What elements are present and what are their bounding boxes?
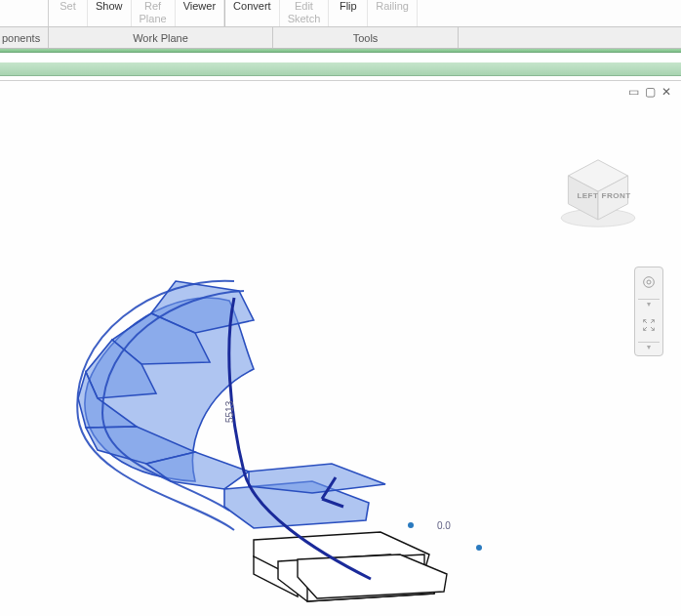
steering-wheel-icon[interactable] bbox=[638, 271, 660, 293]
viewport-3d[interactable]: ▭ ▢ ✕ LEFT FRONT ▾ ▾ bbox=[0, 80, 681, 616]
close-view-icon[interactable]: ✕ bbox=[661, 85, 671, 99]
ribbon-spacer bbox=[0, 0, 49, 26]
show-button[interactable]: Show bbox=[88, 0, 132, 26]
convert-label: Convert bbox=[233, 0, 271, 13]
panel-work-plane: Work Plane bbox=[49, 27, 273, 48]
ref-plane-label-2: Plane bbox=[140, 13, 167, 25]
minimize-view-icon[interactable]: ▭ bbox=[628, 85, 639, 99]
edit-sketch-label-2: Sketch bbox=[288, 13, 321, 25]
dimension-vertical[interactable]: 5513 bbox=[224, 401, 235, 423]
flip-label: Flip bbox=[340, 0, 357, 13]
ref-plane-button[interactable]: Ref Plane bbox=[132, 0, 176, 26]
view-window-controls: ▭ ▢ ✕ bbox=[628, 85, 671, 99]
panel-components-label: ponents bbox=[2, 32, 40, 44]
set-button[interactable]: Set bbox=[49, 0, 88, 26]
viewcube-front-label: FRONT bbox=[602, 191, 631, 200]
viewer-label: Viewer bbox=[183, 0, 216, 13]
edit-sketch-label-1: Edit bbox=[295, 0, 313, 13]
show-label: Show bbox=[96, 0, 123, 13]
nav-dropdown-2[interactable]: ▾ bbox=[638, 342, 660, 351]
nav-dropdown-1[interactable]: ▾ bbox=[638, 299, 660, 308]
ribbon-panel-row: ponents Work Plane Tools bbox=[0, 27, 681, 49]
full-navigation-icon[interactable] bbox=[638, 314, 660, 336]
stair-model[interactable] bbox=[59, 188, 468, 608]
set-label: Set bbox=[60, 0, 76, 13]
viewcube-left-label: LEFT bbox=[577, 191, 598, 200]
maximize-view-icon[interactable]: ▢ bbox=[645, 85, 656, 99]
svg-point-5 bbox=[647, 280, 651, 284]
convert-button[interactable]: Convert bbox=[224, 0, 280, 26]
edit-sketch-button[interactable]: Edit Sketch bbox=[280, 0, 330, 26]
ribbon-gap bbox=[0, 53, 681, 62]
panel-work-plane-label: Work Plane bbox=[133, 32, 188, 44]
railing-button[interactable]: Railing bbox=[368, 0, 418, 26]
drag-grip-end[interactable] bbox=[408, 522, 414, 528]
svg-point-4 bbox=[644, 277, 655, 288]
viewcube[interactable]: LEFT FRONT bbox=[554, 149, 642, 237]
viewer-button[interactable]: Viewer bbox=[176, 0, 224, 26]
flip-button[interactable]: Flip bbox=[329, 0, 368, 26]
panel-tools: Tools bbox=[273, 27, 459, 48]
drag-grip-bottom[interactable] bbox=[476, 545, 482, 551]
navigation-bar: ▾ ▾ bbox=[634, 267, 663, 356]
ref-plane-label-1: Ref bbox=[144, 0, 161, 13]
dimension-floor[interactable]: 0.0 bbox=[437, 520, 451, 531]
panel-components: ponents bbox=[0, 27, 49, 48]
options-bar bbox=[0, 62, 681, 76]
railing-label: Railing bbox=[376, 0, 409, 13]
ribbon-button-row: Set Show Ref Plane Viewer Convert Edit S… bbox=[0, 0, 681, 27]
panel-tools-label: Tools bbox=[353, 32, 379, 44]
